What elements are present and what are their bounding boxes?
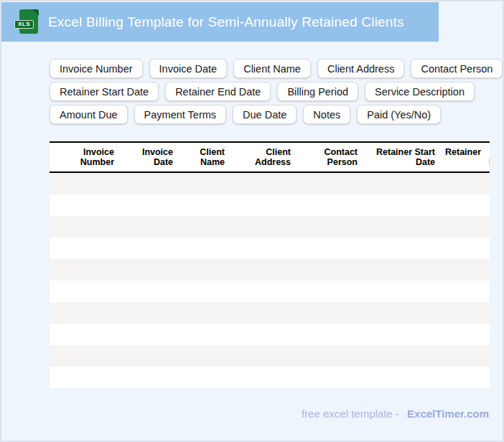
tag-invoice-date[interactable]: Invoice Date [149,59,228,78]
table-body [50,173,490,388]
col-header-invoice-date: InvoiceDate [118,143,177,171]
table-row [50,345,490,367]
table-row [50,302,490,324]
field-tag-list: Invoice Number Invoice Date Client Name … [50,59,503,128]
table-row [50,324,490,345]
header-bar: XLS Excel Billing Template for Semi-Annu… [1,2,439,42]
tag-retainer-end-date[interactable]: Retainer End Date [165,82,271,101]
table-row [50,173,490,194]
table-row [50,367,490,388]
table-row [50,238,490,259]
tag-client-address[interactable]: Client Address [317,59,405,78]
table-header-row: InvoiceNumber InvoiceDate ClientName Cli… [50,141,490,173]
tag-row-1: Invoice Number Invoice Date Client Name … [50,59,503,78]
tag-notes[interactable]: Notes [303,105,350,124]
col-header-retainer-end-date: RetainerEnd Date [439,143,490,171]
tag-invoice-number[interactable]: Invoice Number [50,59,143,78]
page-title: Excel Billing Template for Semi-Annually… [48,2,404,42]
tag-payment-terms[interactable]: Payment Terms [134,105,226,124]
tag-paid-yes-no[interactable]: Paid (Yes/No) [357,105,441,124]
tag-row-3: Amount Due Payment Terms Due Date Notes … [50,105,503,124]
billing-table-preview: InvoiceNumber InvoiceDate ClientName Cli… [50,141,490,388]
tag-contact-person[interactable]: Contact Person [411,59,503,78]
col-header-client-name: ClientName [177,143,228,171]
table-row [50,194,490,216]
footer-brand-link[interactable]: ExcelTimer.com [407,408,489,420]
tag-service-description[interactable]: Service Description [365,82,475,101]
col-header-invoice-number: InvoiceNumber [71,143,118,171]
col-header-rownum [50,143,71,171]
template-preview-card: XLS Excel Billing Template for Semi-Annu… [0,0,504,442]
table-row [50,259,490,281]
tag-billing-period[interactable]: Billing Period [277,82,358,101]
xls-file-icon: XLS [18,9,41,34]
tag-client-name[interactable]: Client Name [233,59,311,78]
footer-tagline: free excel template - [302,408,399,420]
col-header-retainer-start-date: Retainer StartDate [361,143,439,171]
col-header-client-address: ClientAddress [228,143,294,171]
xls-label: XLS [14,20,34,29]
billing-table-inner: InvoiceNumber InvoiceDate ClientName Cli… [50,141,490,388]
tag-due-date[interactable]: Due Date [233,105,297,124]
footer: free excel template - ExcelTimer.com [302,408,489,420]
tag-amount-due[interactable]: Amount Due [50,105,128,124]
col-header-contact-person: ContactPerson [294,143,361,171]
tag-row-2: Retainer Start Date Retainer End Date Bi… [50,82,503,101]
table-row [50,281,490,302]
xls-folded-corner [32,9,39,16]
tag-retainer-start-date[interactable]: Retainer Start Date [50,82,159,101]
table-row [50,216,490,238]
